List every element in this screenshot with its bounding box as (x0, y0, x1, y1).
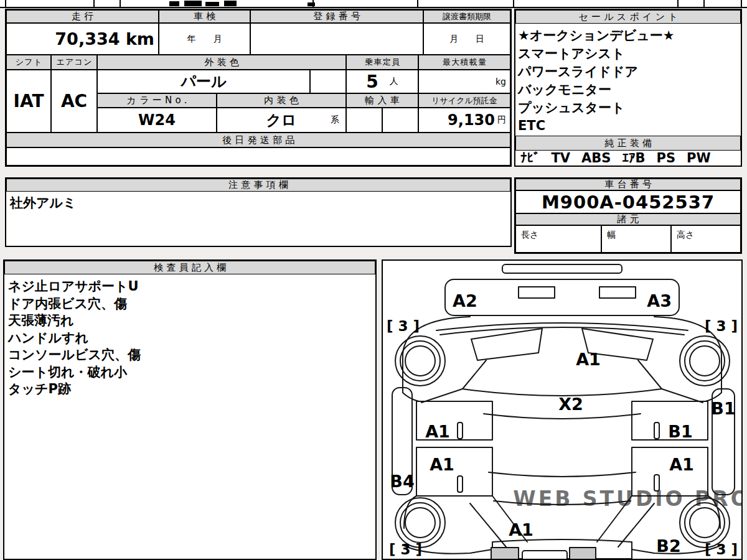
caution-notes-header: 注意事項欄 (6, 179, 510, 192)
capacity-value: 5 (366, 72, 378, 92)
auction-sheet: 走行 車検 登録番号 譲渡書類期限 70,334 km 年 月 月 日 シフト … (0, 0, 747, 560)
left-front-door-handle (458, 422, 463, 439)
registration-header: 登録番号 (250, 10, 423, 23)
exterior-color-extra-cell (310, 70, 346, 93)
rear-left-wheel-hub (405, 508, 435, 538)
caution-notes-list: 社外アルミ (6, 192, 510, 246)
label-left-front-door: A1 (425, 422, 450, 441)
rear-pillar-left-outer (470, 503, 506, 547)
front-bumper (445, 279, 679, 315)
import-header: 輸入車 (346, 93, 418, 108)
chassis-number-value: M900A-0452537 (515, 190, 741, 213)
apillar-right (662, 389, 703, 403)
chassis-panel: 車台番号 M900A-0452537 諸元 長さ 幅 高さ (514, 177, 742, 254)
chassis-number-header: 車台番号 (515, 179, 741, 190)
apillar-left (421, 389, 463, 403)
max-load-cell: kg (418, 70, 510, 93)
height-cell: 高さ (671, 225, 741, 253)
inspector-note: 天張薄汚れ (8, 312, 375, 330)
label-roof-rear: A1 (509, 520, 533, 539)
tire-mark-rear-right: [ 3 ] (705, 541, 738, 558)
inspector-notes-list: ネジ止ロアサポートUドア内張ビス穴、傷天張薄汚れハンドルすれコンソールビス穴、傷… (4, 274, 375, 559)
registration-value (250, 23, 423, 55)
specs-header: 諸元 (515, 213, 741, 225)
inspector-notes-header: 検査員記入欄 (4, 261, 375, 274)
bumper-right-lamp (599, 287, 636, 298)
hood-edge-right (638, 360, 662, 389)
transfer-deadline-value: 月 日 (423, 23, 510, 55)
front-right-wheel-hub (690, 346, 720, 376)
label-rear-right-quarter: B2 (656, 536, 680, 556)
import-cell-left (346, 108, 382, 133)
front-left-wheel-ring (400, 341, 440, 381)
transfer-deadline-header: 譲渡書類期限 (423, 10, 510, 23)
sales-point: プッシュスタート (518, 99, 741, 117)
sales-point: ETC (518, 117, 741, 135)
later-parts-value (6, 147, 510, 166)
label-left-molding: B4 (390, 472, 414, 491)
tire-mark-rear-left: [ 3 ] (389, 541, 422, 558)
equipment-item: PS (656, 151, 675, 166)
sales-points-header: セールスポイント (515, 10, 741, 24)
inspector-note: シート切れ・破れ小 (8, 364, 375, 381)
sales-points-list: ★オークションデビュー★スマートアシストパワースライドドアバックモニタープッシュ… (515, 25, 741, 136)
mileage-header: 走行 (6, 10, 159, 23)
rear-right-wheel-hub (690, 508, 720, 538)
sales-point: スマートアシスト (518, 45, 741, 63)
car-top-view-svg: WEB STUDIO PRO (383, 261, 741, 559)
label-right-rear-door: A1 (669, 455, 694, 474)
capacity-cell: 5 人 (346, 70, 418, 93)
label-left-rear-door: A1 (430, 455, 454, 474)
sales-points-panel: セールスポイント ★オークションデビュー★スマートアシストパワースライドドアバッ… (514, 9, 742, 167)
label-right-molding: B1 (711, 399, 735, 418)
inspection-value: 年 月 (159, 23, 250, 55)
inspection-header: 車検 (159, 10, 250, 23)
tire-mark-front-left: [ 3 ] (387, 318, 420, 334)
equipment-item: PW (687, 151, 711, 166)
shift-value: IAT (6, 70, 51, 133)
capacity-header: 乗車定員 (346, 55, 418, 70)
color-no-value: W24 (97, 108, 217, 133)
right-front-door-handle (654, 422, 659, 439)
recycle-value: 9,130 (448, 111, 495, 129)
inspector-note: コンソールビス穴、傷 (8, 347, 375, 364)
tire-mark-front-right: [ 3 ] (705, 318, 738, 334)
equipment-item: ｴｱB (622, 151, 645, 166)
caution-note: 社外アルミ (10, 194, 510, 212)
windshield-arc-inner (440, 327, 684, 335)
equipment-item: ABS (581, 151, 611, 166)
inspector-note: ネジ止ロアサポートU (8, 278, 375, 296)
recycle-header: リサイクル預託金 (418, 93, 510, 108)
length-cell: 長さ (515, 225, 601, 253)
front-left-wheel-hub (405, 346, 435, 376)
sales-point: パワースライドドア (518, 63, 741, 81)
exterior-color-value: パール (97, 70, 310, 93)
front-roof-strip (502, 264, 622, 273)
interior-color-value: クロ (266, 110, 296, 130)
width-cell: 幅 (601, 225, 671, 253)
windshield-glass-left (471, 329, 542, 360)
inspector-note: ハンドルすれ (8, 330, 375, 347)
sales-point: ★オークションデビュー★ (518, 27, 741, 45)
label-front-right: A3 (647, 291, 672, 310)
interior-color-header: 内装色 (217, 93, 346, 108)
interior-color-suffix: 系 (331, 114, 339, 126)
front-right-wheel-ring (685, 341, 725, 381)
label-right-front-door: B1 (668, 422, 692, 441)
cropped-table-row (0, 0, 747, 8)
vehicle-data-table: 走行 車検 登録番号 譲渡書類期限 70,334 km 年 月 月 日 シフト … (5, 9, 512, 167)
license-plate (522, 551, 567, 559)
capacity-unit: 人 (390, 76, 398, 87)
roof-rear-arc (489, 472, 636, 477)
hood-edge-left (463, 360, 486, 389)
later-parts-header: 後日発送部品 (6, 133, 510, 147)
shift-header: シフト (6, 55, 51, 70)
equipment-item: TV (552, 151, 571, 166)
color-no-header: カラーNo. (97, 93, 217, 108)
label-hood: A1 (576, 350, 601, 369)
import-cell-right (382, 108, 418, 133)
factory-equipment-list: ﾅﾋﾞTVABSｴｱBPSPW (515, 151, 741, 166)
factory-equipment-header: 純正装備 (515, 136, 741, 151)
equipment-item: ﾅﾋﾞ (520, 151, 540, 166)
interior-color-cell: クロ 系 (217, 108, 346, 133)
